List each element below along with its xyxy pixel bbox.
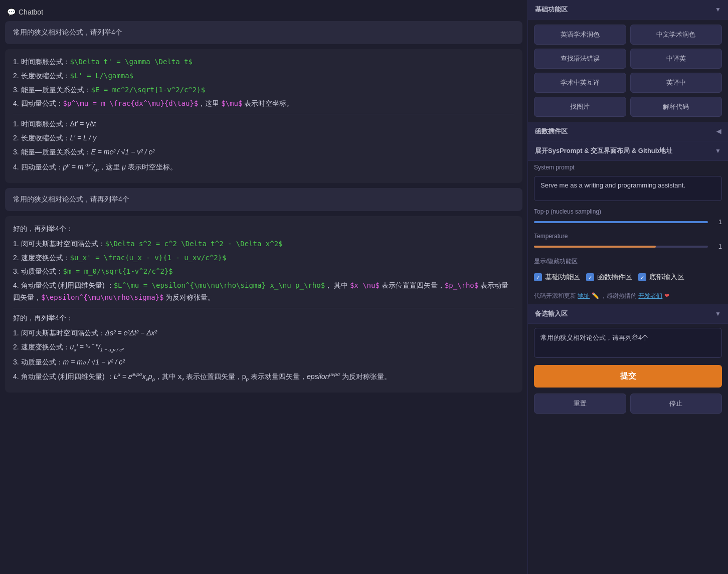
basic-functions-grid: 英语学术润色 中文学术润色 查找语法错误 中译英 学术中英互译 英译中 找图片 …	[528, 20, 728, 122]
list-item: 4. 四动量公式：$p^\mu = m \frac{dx^\mu}{d\tau}…	[13, 98, 514, 110]
user-message-1: 常用的狭义相对论公式，请列举4个	[5, 21, 522, 44]
btn-zh-to-en[interactable]: 中译英	[630, 49, 722, 69]
checkbox-basic: ✓ 基础功能区	[534, 271, 580, 284]
temperature-track[interactable]	[534, 246, 708, 248]
temperature-slider-row: 1	[528, 241, 728, 254]
list-item: 1. 闵可夫斯基时空间隔公式：$\Delta s^2 = c^2 \Delta …	[13, 238, 514, 250]
list-item: 3. 动质量公式：m = m₀ / √1 − v² / c²	[13, 356, 514, 368]
visibility-label: 显示/隐藏功能区	[528, 254, 728, 267]
checkbox-basic-icon[interactable]: ✓	[534, 273, 542, 281]
list-item: 4. 角动量公式 (利用四维矢量) ：$L^\mu = \epsilon^{\m…	[13, 280, 514, 304]
list-item: 2. 速度变换公式：ux′ = ux − v/1 − uxv / c²	[13, 341, 514, 354]
top-p-track[interactable]	[534, 221, 708, 223]
btn-chinese-academic[interactable]: 中文学术润色	[630, 25, 722, 45]
checkbox-bottom: ✓ 底部输入区	[638, 271, 684, 284]
bottom-buttons: 重置 停止	[528, 391, 728, 420]
btn-find-image[interactable]: 找图片	[534, 97, 626, 117]
plugin-collapse-icon[interactable]: ◀	[716, 128, 721, 135]
temperature-value: 1	[712, 243, 722, 250]
top-p-label: Top-p (nucleus sampling)	[528, 205, 728, 216]
plugin-area-header[interactable]: 函数插件区 ◀	[528, 122, 728, 141]
stop-button[interactable]: 停止	[630, 394, 722, 414]
chatbot-icon: 💬	[7, 8, 16, 16]
list-item: 2. 长度收缩公式：L′ = L / γ	[13, 132, 514, 144]
list-item: 2. 速度变换公式：$u_x' = \frac{u_x - v}{1 - u_x…	[13, 252, 514, 264]
checkbox-bottom-icon[interactable]: ✓	[638, 273, 646, 281]
list-item: 3. 动质量公式：$m = m_0/\sqrt{1-v^2/c^2}$	[13, 266, 514, 278]
source-link[interactable]: 地址	[578, 292, 590, 299]
list-item: 1. 闵可夫斯基时空间隔公式：Δs² = c²Δt² − Δx²	[13, 327, 514, 339]
heart-icon: ❤	[664, 292, 669, 299]
btn-grammar-check[interactable]: 查找语法错误	[534, 49, 626, 69]
temperature-fill	[534, 246, 656, 248]
submit-button[interactable]: 提交	[534, 365, 722, 388]
list-item: 1. 时间膨胀公式：$\Delta t' = \gamma \Delta t$	[13, 56, 514, 68]
btn-explain-code[interactable]: 解释代码	[630, 97, 722, 117]
btn-english-academic[interactable]: 英语学术润色	[534, 25, 626, 45]
sysprompt-collapse-icon[interactable]: ▼	[715, 147, 721, 154]
alt-input-collapse-icon[interactable]: ▼	[715, 310, 721, 317]
checkbox-plugin: ✓ 函数插件区	[586, 271, 632, 284]
top-p-value: 1	[712, 218, 722, 226]
chat-panel: 💬 Chatbot 常用的狭义相对论公式，请列举4个 1. 时间膨胀公式：$\D…	[0, 0, 527, 574]
list-item: 4. 角动量公式 (利用四维矢量) ：Lμ = εμνρσxνpρ，其中 xν …	[13, 370, 514, 384]
assistant-message-1: 1. 时间膨胀公式：$\Delta t' = \gamma \Delta t$ …	[5, 49, 522, 183]
list-item: 1. 时间膨胀公式：Δt′ = γΔt	[13, 118, 514, 130]
footer-pen-icon: ✏️	[592, 292, 599, 299]
reset-button[interactable]: 重置	[534, 394, 626, 414]
checkbox-plugin-icon[interactable]: ✓	[586, 273, 594, 281]
sysprompt-header[interactable]: 展开SysPrompt & 交互界面布局 & Github地址 ▼	[528, 141, 728, 161]
basic-functions-header[interactable]: 基础功能区 ▼	[528, 0, 728, 20]
alt-input-header[interactable]: 备选输入区 ▼	[528, 304, 728, 324]
visibility-checkboxes: ✓ 基础功能区 ✓ 函数插件区 ✓ 底部输入区	[528, 267, 728, 288]
right-panel: 基础功能区 ▼ 英语学术润色 中文学术润色 查找语法错误 中译英 学术中英互译 …	[527, 0, 728, 574]
btn-academic-translate[interactable]: 学术中英互译	[534, 73, 626, 93]
contributors-link[interactable]: 开发者们	[638, 292, 662, 299]
btn-en-to-zh[interactable]: 英译中	[630, 73, 722, 93]
temperature-label: Temperature	[528, 230, 728, 241]
top-p-slider-row: 1	[528, 216, 728, 230]
app-title: 💬 Chatbot	[5, 5, 522, 21]
collapse-icon[interactable]: ▼	[715, 6, 721, 13]
list-item: 4. 四动量公式：pμ = m dxμ/dτ，这里 μ 表示时空坐标。	[13, 160, 514, 174]
system-prompt-box: Serve me as a writing and programming as…	[534, 176, 722, 201]
top-p-fill	[534, 221, 708, 223]
list-item: 3. 能量—质量关系公式：E = mc² / √1 − v² / c²	[13, 146, 514, 158]
list-item: 2. 长度收缩公式：$L' = L/\gamma$	[13, 70, 514, 82]
footer-links: 代码开源和更新 地址 ✏️ ，感谢热情的 开发者们 ❤	[528, 288, 728, 304]
system-prompt-label: System prompt	[528, 161, 728, 172]
assistant-message-2: 好的，再列举4个： 1. 闵可夫斯基时空间隔公式：$\Delta s^2 = c…	[5, 216, 522, 393]
list-item: 3. 能量—质量关系公式：$E = mc^2/\sqrt{1-v^2/c^2}$	[13, 84, 514, 96]
user-message-2: 常用的狭义相对论公式，请再列举4个	[5, 188, 522, 211]
alt-input-box[interactable]: 常用的狭义相对论公式，请再列举4个	[534, 328, 722, 358]
